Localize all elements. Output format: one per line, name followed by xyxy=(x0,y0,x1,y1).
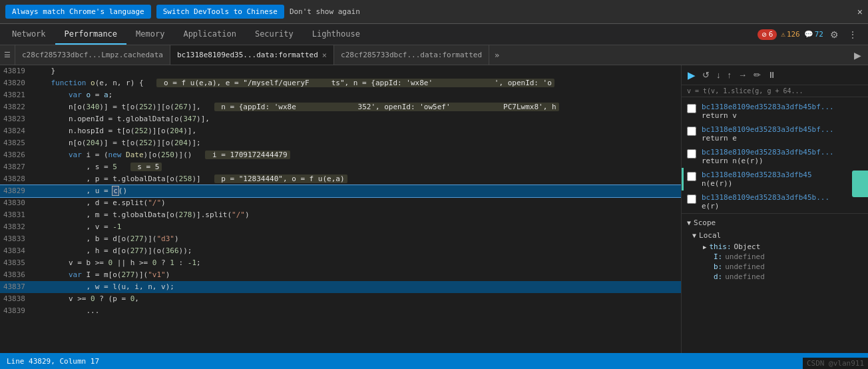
tab-application[interactable]: Application xyxy=(174,24,245,45)
call-stack-header: v = t(v, 1.slice(g, g + 64... xyxy=(682,85,868,97)
code-line-43824: 43824 n.hospId = t[o(252)][o(204)], xyxy=(0,125,681,137)
local-toggle[interactable]: ▼ Local xyxy=(692,229,863,242)
file-tab-action-button[interactable]: ▶ xyxy=(851,49,864,62)
file-tabs-actions: ▶ xyxy=(851,49,868,62)
step-into-button[interactable]: ↓ xyxy=(714,69,723,81)
code-line-43826: 43826 var i = (new Date)[o(250)]() i = 1… xyxy=(0,149,681,161)
pause-on-exceptions-button[interactable]: ⏸ xyxy=(765,69,778,81)
scope-var-d: d: undefined xyxy=(703,272,863,282)
code-line-43831: 43831 , m = t.globalData[o(278)].split("… xyxy=(0,209,681,221)
scope-var-b: b: undefined xyxy=(703,262,863,272)
code-line-43828: 43828 , p = t.globalData[o(258)] p = "12… xyxy=(0,173,681,185)
scope-var-I: I: undefined xyxy=(703,252,863,262)
call-stack-checkbox-0[interactable] xyxy=(687,104,696,113)
match-language-button[interactable]: Always match Chrome's language xyxy=(5,5,151,19)
tab-bar-right: ⊘ 6 ⚠ 126 💬 72 ⚙ ⋮ xyxy=(758,28,865,41)
tab-performance[interactable]: Performance xyxy=(55,24,126,45)
code-line-43834: 43834 , h = d[o(277)](o(366)); xyxy=(0,245,681,257)
call-stack-checkbox-2[interactable] xyxy=(687,149,696,159)
scope-toggle[interactable]: ▼ Scope xyxy=(687,216,863,229)
code-panel: 43819 } 43820 function o(e, n, r) { o = … xyxy=(0,65,682,353)
file-tab-1[interactable]: bc1318e8109ed35...data:formatted × xyxy=(170,45,334,65)
devtools-tab-bar: Network Performance Memory Application S… xyxy=(0,24,868,45)
cursor-position: Line 43829, Column 17 xyxy=(7,357,99,366)
call-stack-content[interactable]: bc1318e8109ed35283a3dfb45bf... return v … xyxy=(682,97,868,353)
tab-network[interactable]: Network xyxy=(3,24,55,45)
sidebar-toggle-button[interactable]: ☰ xyxy=(0,45,15,65)
code-line-43832: 43832 , v = -1 xyxy=(0,221,681,233)
code-line-43836: 43836 var I = m[o(277)]("v1") xyxy=(0,269,681,281)
code-line-43820: 43820 function o(e, n, r) { o = f u(e,a)… xyxy=(0,77,681,89)
code-line-43835: 43835 v = b >= 0 || h >= 0 ? 1 : -1; xyxy=(0,257,681,269)
main-area: 43819 } 43820 function o(e, n, r) { o = … xyxy=(0,65,868,353)
code-line-43829: 43829 , u = c() xyxy=(0,185,681,197)
warning-badge: ⚠ 126 xyxy=(781,30,800,39)
file-tab-2[interactable]: c28cf285733dbcf...data:formatted xyxy=(334,45,489,65)
code-line-43827: 43827 , s = 5 s = 5 xyxy=(0,161,681,173)
dont-show-button[interactable]: Don't show again xyxy=(290,7,360,16)
info-badge: 💬 72 xyxy=(804,30,823,39)
tab-memory[interactable]: Memory xyxy=(126,24,174,45)
tab-lighthouse[interactable]: Lighthouse xyxy=(303,24,369,45)
call-stack-item-2[interactable]: bc1318e8109ed35283a3dfb45bf... return n(… xyxy=(682,145,868,168)
call-stack-item-4[interactable]: bc1318e8109ed35283a3dfb45b... e(r) xyxy=(682,190,868,213)
call-stack-item-0[interactable]: bc1318e8109ed35283a3dfb45bf... return v xyxy=(682,100,868,123)
status-bar: Line 43829, Column 17 Coverage: n/a xyxy=(0,353,868,369)
scope-local-vars: ▶ this: Object I: undefined b: undefined xyxy=(692,242,863,282)
code-line-43833: 43833 , b = d[o(277)]("d3") xyxy=(0,233,681,245)
file-tab-0[interactable]: c28cf285733dbcf...Lmpz.cachedata xyxy=(15,45,170,65)
scope-section: ▼ Scope ▼ Local ▶ this: Object xyxy=(682,213,868,284)
file-tab-close-button[interactable]: × xyxy=(322,51,327,59)
call-stack-item-3[interactable]: bc1318e8109ed35283a3dfb45 n(e(r)) xyxy=(682,168,868,190)
tab-security[interactable]: Security xyxy=(246,24,303,45)
scope-local: ▼ Local ▶ this: Object I: undefined xyxy=(687,229,863,282)
teal-indicator xyxy=(852,171,868,197)
notification-close-button[interactable]: × xyxy=(857,7,863,17)
step-out-button[interactable]: ↑ xyxy=(726,69,734,81)
code-line-43825: 43825 n[o(204)] = t[o(252)][o(204)]; xyxy=(0,137,681,149)
more-options-button[interactable]: ⋮ xyxy=(845,28,860,41)
resume-button[interactable]: ▶ xyxy=(686,69,698,82)
code-line-43823: 43823 n.openId = t.globalData[o(347)], xyxy=(0,113,681,125)
code-content: 43819 } 43820 function o(e, n, r) { o = … xyxy=(0,65,681,353)
code-line-43821: 43821 var o = a; xyxy=(0,89,681,101)
file-tabs-bar: ☰ c28cf285733dbcf...Lmpz.cachedata bc131… xyxy=(0,45,868,65)
code-line-43830: 43830 , d = e.split("/") xyxy=(0,197,681,209)
csdn-watermark: CSDN @vlan911 xyxy=(803,358,868,369)
code-line-43837: 43837 , w = l(u, i, n, v); xyxy=(0,281,681,293)
scope-this[interactable]: ▶ this: Object xyxy=(703,242,863,252)
step-over-button[interactable]: ↺ xyxy=(700,69,712,81)
code-line-43819: 43819 } xyxy=(0,65,681,77)
right-panel: ▶ ↺ ↓ ↑ → ✏ ⏸ v = t(v, 1.slice(g, g + 64… xyxy=(682,65,868,353)
deactivate-breakpoints-button[interactable]: ✏ xyxy=(752,69,763,81)
call-stack-checkbox-1[interactable] xyxy=(687,127,696,136)
step-button[interactable]: → xyxy=(736,69,749,81)
file-tabs-more-button[interactable]: » xyxy=(489,51,505,60)
code-line-43822: 43822 n[o(340)] = t[o(252)][o(267)], n =… xyxy=(0,101,681,113)
error-badge: ⊘ 6 xyxy=(758,29,777,40)
devtools-window: Always match Chrome's language Switch De… xyxy=(0,0,868,369)
code-line-43838: 43838 v >= 0 ? (p = 0, xyxy=(0,293,681,305)
call-stack-item-1[interactable]: bc1318e8109ed35283a3dfb45bf... return e xyxy=(682,123,868,145)
call-stack-checkbox-3[interactable] xyxy=(687,172,696,181)
notification-bar: Always match Chrome's language Switch De… xyxy=(0,0,868,24)
call-stack-checkbox-4[interactable] xyxy=(687,194,696,204)
settings-button[interactable]: ⚙ xyxy=(827,28,841,41)
debugger-toolbar: ▶ ↺ ↓ ↑ → ✏ ⏸ xyxy=(682,65,868,85)
code-line-43839: 43839 ... xyxy=(0,305,681,317)
switch-chinese-button[interactable]: Switch DevTools to Chinese xyxy=(156,5,284,19)
